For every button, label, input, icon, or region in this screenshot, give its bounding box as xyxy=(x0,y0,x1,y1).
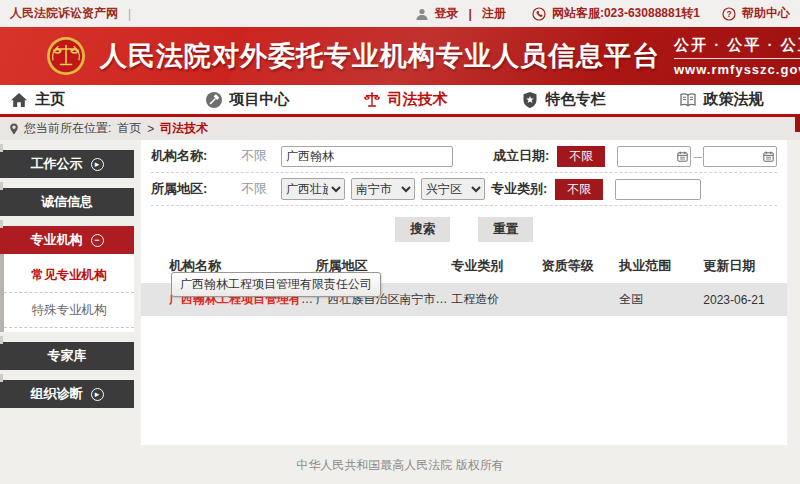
login-register-pipe: | xyxy=(469,7,472,21)
org-name-label: 机构名称: xyxy=(151,147,223,165)
register-link[interactable]: 注册 xyxy=(482,5,506,22)
submenu-item-common-orgs[interactable]: 常见专业机构 xyxy=(4,258,134,293)
nav-item-special-column[interactable]: 特色专栏 xyxy=(484,85,642,114)
circle-arrow-icon: ▸ xyxy=(91,158,104,171)
breadcrumb-current[interactable]: 司法技术 xyxy=(160,120,208,137)
sidebar-item-expert-pool[interactable]: 专家库 xyxy=(0,342,134,370)
region-label: 所属地区: xyxy=(151,180,223,198)
svg-text:?: ? xyxy=(726,9,731,19)
nav-item-judicial-tech[interactable]: 司法技术 xyxy=(326,85,484,114)
project-center-icon xyxy=(205,91,223,109)
breadcrumb: 您当前所在位置: 首页 > 司法技术 xyxy=(0,117,800,140)
form-row-region: 所属地区: 不限 广西壮族自治 南宁市 兴宁区 专业类别: 不限 xyxy=(151,173,777,206)
org-name-tooltip: 广西翰林工程项目管理有限责任公司 xyxy=(171,272,381,297)
book-icon xyxy=(679,91,697,109)
shield-star-icon xyxy=(521,91,539,109)
province-select[interactable]: 广西壮族自治 xyxy=(281,178,345,200)
sidebar-item-label: 工作公示 xyxy=(31,155,83,173)
circle-arrow-icon: ▸ xyxy=(91,388,104,401)
nav-label: 特色专栏 xyxy=(546,90,606,109)
banner-url: www.rmfysszc.gov.cn xyxy=(674,62,800,77)
reset-button[interactable]: 重置 xyxy=(478,217,533,242)
org-name-input[interactable] xyxy=(281,146,453,167)
district-select[interactable]: 兴宁区 xyxy=(421,178,485,200)
banner-slogan: 公开 · 公平 · 公正 xyxy=(674,36,800,59)
sidebar-item-org-diagnosis[interactable]: 组织诊断 ▸ xyxy=(0,380,134,408)
sidebar-item-professional-orgs[interactable]: 专业机构 − xyxy=(0,226,134,254)
cell-category: 工程造价 xyxy=(451,283,541,316)
service-hotline[interactable]: 网站客服:023-63088881转1 xyxy=(552,5,700,22)
content-area: 工作公示 ▸ 诚信信息 专业机构 − 常见专业机构 特殊专业机构 专家库 组织诊… xyxy=(0,140,800,484)
topbar-divider: | xyxy=(128,7,131,21)
submenu-item-special-orgs[interactable]: 特殊专业机构 xyxy=(4,293,134,328)
help-icon: ? xyxy=(722,7,736,21)
user-icon xyxy=(415,7,429,21)
sidebar: 工作公示 ▸ 诚信信息 专业机构 − 常见专业机构 特殊专业机构 专家库 组织诊… xyxy=(0,150,134,418)
page-title: 人民法院对外委托专业机构专业人员信息平台 xyxy=(100,38,660,74)
col-header-grade: 资质等级 xyxy=(542,248,620,283)
category-input[interactable] xyxy=(615,179,701,200)
scales-icon xyxy=(363,91,381,109)
nav-label: 政策法规 xyxy=(704,90,764,109)
founded-date-from-input[interactable] xyxy=(617,146,691,167)
main-nav: 主页 项目中心 司法技术 特色专栏 政策法规 xyxy=(0,85,800,117)
org-name-unlimited[interactable]: 不限 xyxy=(241,147,281,165)
sidebar-item-label: 诚信信息 xyxy=(41,193,93,211)
nav-label: 主页 xyxy=(35,90,65,109)
founded-date-label: 成立日期: xyxy=(493,147,549,165)
breadcrumb-separator: > xyxy=(147,122,154,136)
cell-updated: 2023-06-21 xyxy=(703,283,787,316)
cell-grade xyxy=(542,283,620,316)
home-icon xyxy=(10,91,28,109)
nav-item-home[interactable]: 主页 xyxy=(0,85,168,114)
help-center-link[interactable]: 帮助中心 xyxy=(742,5,790,22)
sidebar-item-label: 专家库 xyxy=(48,347,87,365)
sidebar-submenu: 常见专业机构 特殊专业机构 xyxy=(0,254,134,332)
site-name-link[interactable]: 人民法院诉讼资产网 xyxy=(10,5,118,22)
search-button[interactable]: 搜索 xyxy=(395,217,450,242)
founded-date-unlimited-button[interactable]: 不限 xyxy=(557,146,605,167)
sidebar-item-work-publicity[interactable]: 工作公示 ▸ xyxy=(0,150,134,178)
founded-date-to-input[interactable] xyxy=(703,146,777,167)
category-unlimited-button[interactable]: 不限 xyxy=(555,179,603,200)
form-row-org-name: 机构名称: 不限 成立日期: 不限 --- xyxy=(151,140,777,173)
sidebar-item-label: 专业机构 xyxy=(31,231,83,249)
col-header-category: 专业类别 xyxy=(451,248,541,283)
breadcrumb-home-link[interactable]: 首页 xyxy=(117,120,141,137)
cell-scope: 全国 xyxy=(619,283,703,316)
nav-item-project-center[interactable]: 项目中心 xyxy=(168,85,326,114)
footer-copyright: 中华人民共和国最高人民法院 版权所有 xyxy=(0,457,800,474)
scrollbar-thumb[interactable] xyxy=(795,114,800,132)
nav-label: 司法技术 xyxy=(388,90,448,109)
site-banner: 人民法院对外委托专业机构专业人员信息平台 公开 · 公平 · 公正 www.rm… xyxy=(0,27,800,85)
city-select[interactable]: 南宁市 xyxy=(351,178,415,200)
sidebar-item-integrity-info[interactable]: 诚信信息 xyxy=(0,188,134,216)
phone-icon xyxy=(532,7,546,21)
form-buttons: 搜索 重置 xyxy=(141,206,787,248)
top-utility-bar: 人民法院诉讼资产网 | 登录 | 注册 网站客服:023-63088881转1 … xyxy=(0,0,800,27)
date-range-separator: --- xyxy=(693,150,701,162)
location-pin-icon xyxy=(8,123,20,135)
breadcrumb-prefix: 您当前所在位置: xyxy=(24,120,111,137)
col-header-updated: 更新日期 xyxy=(703,248,787,283)
court-emblem-logo xyxy=(46,36,86,76)
col-header-scope: 执业范围 xyxy=(619,248,703,283)
nav-item-policy[interactable]: 政策法规 xyxy=(642,85,800,114)
nav-label: 项目中心 xyxy=(230,90,290,109)
login-link[interactable]: 登录 xyxy=(435,5,459,22)
region-unlimited[interactable]: 不限 xyxy=(241,180,281,198)
sidebar-item-label: 组织诊断 xyxy=(31,385,83,403)
category-label: 专业类别: xyxy=(491,180,547,198)
main-panel: 机构名称: 不限 成立日期: 不限 --- xyxy=(141,140,787,445)
circle-minus-icon: − xyxy=(91,234,104,247)
